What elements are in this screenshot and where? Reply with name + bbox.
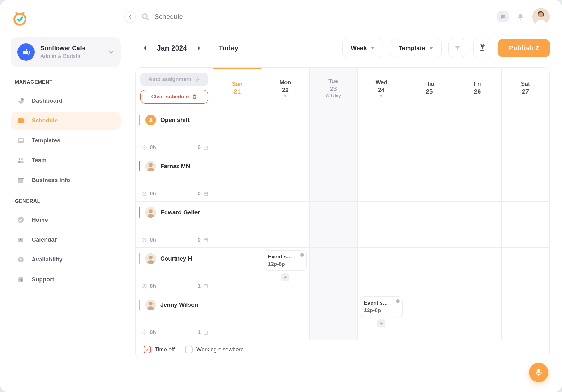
schedule-cell[interactable]	[405, 109, 453, 155]
chat-button[interactable]	[497, 11, 509, 22]
svg-rect-33	[204, 146, 208, 149]
add-shift-button[interactable]: +	[281, 273, 289, 281]
schedule-cell[interactable]	[405, 155, 453, 201]
voice-fab-button[interactable]	[529, 363, 548, 382]
person-cell[interactable]: Farnaz MN 0h 0	[136, 155, 213, 201]
day-header[interactable]: Thu25	[405, 68, 453, 109]
hours-total: 0h	[142, 237, 156, 243]
schedule-cell[interactable]	[213, 294, 261, 340]
schedule-cell[interactable]	[405, 202, 453, 247]
schedule-cell[interactable]	[453, 202, 501, 247]
clear-schedule-button[interactable]: Clear schedule	[140, 90, 208, 104]
nav-label: Support	[32, 276, 54, 283]
shift-card[interactable]: Event s… 12p-8p	[264, 250, 307, 271]
schedule-cell[interactable]	[453, 248, 501, 294]
shift-card[interactable]: Event s… 12p-8p	[360, 296, 403, 317]
schedule-cell[interactable]	[501, 248, 549, 294]
schedule-cell[interactable]	[309, 109, 357, 155]
schedule-cell[interactable]	[261, 155, 309, 201]
sidebar-item-availability[interactable]: Availability	[11, 251, 121, 269]
search-input[interactable]	[154, 12, 491, 21]
month-label: Jan 2024	[157, 44, 187, 52]
day-header[interactable]: Tue23Off day	[309, 68, 357, 109]
day-header[interactable]: Sun21	[213, 68, 261, 109]
sidebar-item-calendar[interactable]: 8 Calendar	[11, 231, 121, 249]
schedule-cell[interactable]	[261, 294, 309, 340]
schedule-cell[interactable]: Event s… 12p-8p +	[357, 294, 405, 340]
schedule-cell[interactable]	[213, 248, 261, 294]
sidebar-item-support[interactable]: 24 Support	[11, 270, 121, 288]
add-shift-button[interactable]: +	[377, 319, 385, 327]
day-header[interactable]: Wed24	[357, 68, 405, 109]
schedule-cell[interactable]	[309, 294, 357, 340]
schedule-cell[interactable]	[501, 155, 549, 201]
schedule-cell[interactable]: Event s… 12p-8p +	[261, 248, 309, 294]
schedule-cell[interactable]	[405, 294, 453, 340]
sidebar-item-templates[interactable]: Templates	[11, 131, 121, 149]
schedule-cell[interactable]	[453, 109, 501, 155]
schedule-cell[interactable]	[309, 202, 357, 247]
store-icon	[17, 176, 25, 184]
schedule-cell[interactable]	[501, 109, 549, 155]
color-indicator	[139, 253, 140, 264]
list-icon	[17, 136, 25, 145]
person-cell[interactable]: Jenny Wilson 8h 1	[136, 294, 213, 340]
day-header[interactable]: Sat27	[501, 68, 549, 109]
svg-rect-37	[204, 192, 208, 196]
sidebar-item-home[interactable]: Home	[11, 211, 121, 229]
schedule-cell[interactable]	[501, 294, 549, 340]
schedule-cell[interactable]	[405, 248, 453, 294]
sidebar-item-business[interactable]: Business info	[11, 171, 121, 189]
schedule-cell[interactable]	[213, 155, 261, 201]
schedule-cell[interactable]	[213, 202, 261, 247]
schedule-cell[interactable]	[309, 155, 357, 201]
schedule-cell[interactable]	[453, 155, 501, 201]
schedule-cell[interactable]	[453, 294, 501, 340]
avatar	[145, 300, 156, 310]
schedule-cell[interactable]	[501, 202, 549, 247]
person-cell[interactable]: Courtney H 8h 1	[136, 248, 213, 294]
svg-rect-10	[19, 140, 23, 141]
person-cell[interactable]: Edward Geller 0h 0	[136, 202, 213, 247]
section-management: MANAGEMENT	[15, 79, 121, 85]
schedule-cell[interactable]	[261, 109, 309, 155]
checkbox-icon	[185, 346, 193, 353]
schedule-cell[interactable]	[357, 248, 405, 294]
notifications-button[interactable]	[515, 11, 526, 22]
prev-month-button[interactable]	[141, 45, 148, 51]
avatar	[145, 253, 156, 264]
schedule-cell[interactable]	[357, 202, 405, 247]
sidebar-item-schedule[interactable]: Schedule	[11, 112, 121, 130]
profile-avatar[interactable]	[532, 8, 550, 25]
day-header[interactable]: Fri26	[453, 68, 501, 109]
auto-assignment-button[interactable]: Auto assignment	[140, 73, 208, 86]
schedule-cell[interactable]	[309, 248, 357, 294]
sidebar-item-team[interactable]: Team	[11, 151, 121, 169]
status-dot	[396, 299, 400, 303]
view-label: Week	[351, 45, 367, 52]
schedule-cell[interactable]	[357, 109, 405, 155]
view-select[interactable]: Week	[342, 39, 383, 57]
sidebar-item-dashboard[interactable]: Dashboard	[11, 92, 121, 110]
color-indicator	[139, 115, 140, 125]
svg-text:24: 24	[20, 279, 22, 282]
publish-button[interactable]: Publish 2	[498, 39, 550, 57]
shift-time: 12p-8p	[364, 307, 399, 314]
person-name: Edward Geller	[160, 209, 200, 216]
workspace-switcher[interactable]: Sunflower Cafe Admin & Barista	[11, 37, 121, 67]
clock-icon	[142, 145, 147, 150]
template-select[interactable]: Template	[390, 39, 442, 57]
support-icon: 24	[17, 275, 25, 283]
filter-button[interactable]	[448, 39, 466, 57]
next-month-button[interactable]	[196, 45, 203, 51]
today-button[interactable]: Today	[219, 44, 238, 52]
svg-rect-49	[204, 331, 208, 334]
day-header[interactable]: Mon22	[261, 68, 309, 109]
svg-point-21	[502, 16, 502, 16]
schedule-cell[interactable]	[357, 155, 405, 201]
person-cell[interactable]: Open shift 0h 0	[136, 109, 213, 155]
sidebar-collapse-button[interactable]	[124, 11, 136, 22]
schedule-cell[interactable]	[213, 109, 261, 155]
tools-button[interactable]	[473, 39, 491, 57]
schedule-cell[interactable]	[261, 202, 309, 247]
